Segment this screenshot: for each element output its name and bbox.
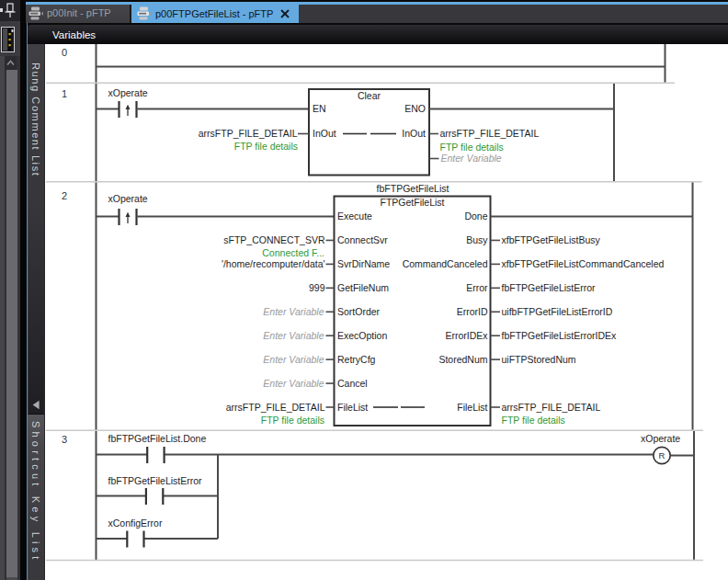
svg-text:Enter Variable: Enter Variable	[263, 306, 324, 317]
svg-text:Connected F...: Connected F...	[262, 247, 324, 258]
svg-text:ENO: ENO	[404, 103, 426, 114]
svg-text:xOperate: xOperate	[108, 87, 148, 98]
svg-text:StoredNum: StoredNum	[438, 354, 487, 365]
svg-text:arrsFTP_FILE_DETAIL: arrsFTP_FILE_DETAIL	[199, 128, 298, 139]
svg-text:SortOrder: SortOrder	[337, 306, 381, 317]
svg-text:arrsFTP_FILE_DETAIL: arrsFTP_FILE_DETAIL	[226, 402, 325, 413]
svg-text:FTP file details: FTP file details	[502, 415, 565, 426]
svg-text:ErrorIDEx: ErrorIDEx	[445, 330, 488, 341]
svg-text:CommandCanceled: CommandCanceled	[403, 258, 488, 269]
svg-text:RetryCfg: RetryCfg	[337, 354, 376, 365]
svg-text:GetFileNum: GetFileNum	[337, 282, 389, 293]
svg-text:xfbFTPGetFileListCommandCancel: xfbFTPGetFileListCommandCanceled	[502, 258, 665, 269]
svg-text:EN: EN	[313, 103, 326, 114]
svg-text:1: 1	[62, 88, 67, 99]
svg-text:3: 3	[62, 434, 67, 445]
svg-text:FTPGetFileList: FTPGetFileList	[380, 197, 444, 208]
svg-text:uiFTPStoredNum: uiFTPStoredNum	[502, 354, 576, 365]
svg-text:fbFTPGetFileListError: fbFTPGetFileListError	[502, 282, 597, 293]
svg-text:Execute: Execute	[337, 210, 372, 222]
svg-text:ConnectSvr: ConnectSvr	[337, 234, 388, 245]
svg-text:arrsFTP_FILE_DETAIL: arrsFTP_FILE_DETAIL	[502, 402, 601, 413]
svg-text:sFTP_CONNECT_SVR: sFTP_CONNECT_SVR	[223, 234, 325, 245]
svg-text:'/home/recomputer/data': '/home/recomputer/data'	[222, 258, 325, 269]
svg-text:0: 0	[62, 47, 67, 58]
svg-text:InOut: InOut	[313, 128, 336, 139]
svg-text:FileList: FileList	[337, 402, 368, 413]
svg-text:R: R	[659, 450, 665, 461]
svg-text:FTP file details: FTP file details	[440, 142, 504, 153]
svg-text:Enter Variable: Enter Variable	[441, 153, 502, 164]
svg-text:Busy: Busy	[466, 234, 488, 245]
svg-text:fbFTPGetFileList.Done: fbFTPGetFileList.Done	[108, 433, 207, 444]
svg-text:Done: Done	[464, 210, 487, 222]
svg-text:fbFTPGetFileListError: fbFTPGetFileListError	[108, 475, 203, 486]
svg-text:xOperate: xOperate	[641, 433, 680, 444]
svg-text:xOperate: xOperate	[108, 193, 148, 204]
svg-text:arrsFTP_FILE_DETAIL: arrsFTP_FILE_DETAIL	[440, 128, 540, 139]
svg-text:FTP file details: FTP file details	[261, 415, 324, 426]
svg-text:Cancel: Cancel	[337, 378, 368, 389]
svg-text:Enter Variable: Enter Variable	[263, 330, 324, 341]
svg-text:xfbFTPGetFileListBusy: xfbFTPGetFileListBusy	[502, 234, 601, 245]
svg-text:fbFTPGetFileListErrorIDEx: fbFTPGetFileListErrorIDEx	[502, 330, 618, 341]
svg-text:SvrDirName: SvrDirName	[337, 258, 390, 269]
svg-text:Error: Error	[466, 282, 488, 293]
svg-text:FileList: FileList	[457, 402, 487, 413]
svg-text:InOut: InOut	[402, 128, 426, 139]
svg-text:2: 2	[62, 190, 67, 201]
svg-text:fbFTPGetFileList: fbFTPGetFileList	[377, 183, 449, 194]
svg-text:Clear: Clear	[358, 90, 381, 101]
svg-text:FTP file details: FTP file details	[234, 141, 298, 152]
svg-text:xConfigError: xConfigError	[108, 517, 163, 529]
svg-text:Enter Variable: Enter Variable	[263, 354, 324, 365]
svg-text:Enter Variable: Enter Variable	[263, 378, 324, 389]
svg-text:uifbFTPGetFileListErrorID: uifbFTPGetFileListErrorID	[502, 306, 613, 317]
svg-text:ExecOption: ExecOption	[337, 330, 387, 341]
svg-text:999: 999	[309, 282, 325, 293]
svg-text:ErrorID: ErrorID	[457, 306, 488, 317]
